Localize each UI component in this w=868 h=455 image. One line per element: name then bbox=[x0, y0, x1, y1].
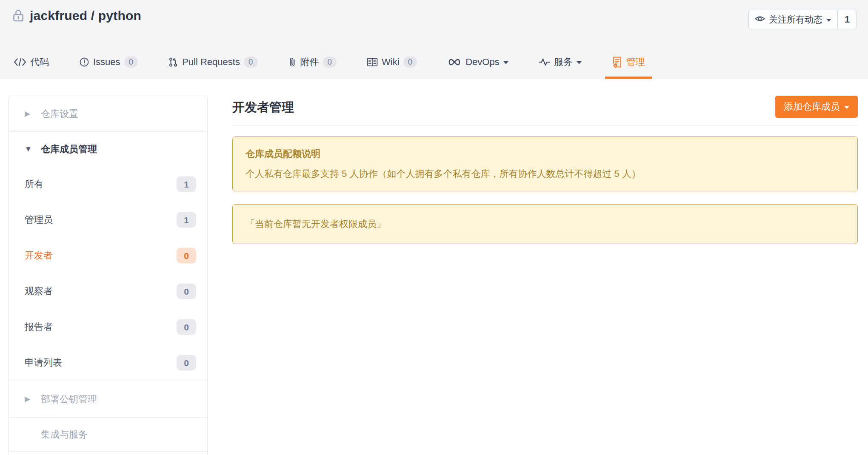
tab-label: Wiki bbox=[382, 57, 400, 68]
tab-label: Pull Requests bbox=[182, 57, 240, 68]
manage-doc-gear-icon bbox=[612, 56, 622, 68]
sidebar-item-developers[interactable]: 开发者 0 bbox=[9, 238, 207, 273]
eye-icon bbox=[755, 14, 765, 26]
sidebar-item-reporters[interactable]: 报告者 0 bbox=[9, 309, 207, 345]
tab-wiki[interactable]: Wiki 0 bbox=[367, 46, 417, 79]
chevron-down-icon bbox=[577, 61, 582, 64]
sidebar-section-repo-settings[interactable]: ▶ 仓库设置 bbox=[9, 96, 207, 131]
count-badge: 1 bbox=[177, 212, 196, 228]
tab-manage[interactable]: 管理 bbox=[612, 46, 645, 79]
triangle-right-icon: ▶ bbox=[25, 110, 41, 117]
section-label: 部署公钥管理 bbox=[41, 393, 97, 406]
sidebar-item-observers[interactable]: 观察者 0 bbox=[9, 273, 207, 309]
chevron-down-icon bbox=[844, 106, 849, 109]
wiki-count-badge: 0 bbox=[403, 57, 417, 68]
tab-label: Issues bbox=[93, 57, 120, 68]
tab-label: DevOps bbox=[465, 57, 499, 68]
count-badge: 0 bbox=[177, 355, 196, 371]
triangle-right-icon: ▶ bbox=[25, 395, 41, 403]
sidebar-item-applications[interactable]: 申请列表 0 bbox=[9, 345, 207, 381]
book-icon bbox=[367, 57, 378, 67]
attachments-count-badge: 0 bbox=[323, 57, 337, 68]
issues-count-badge: 0 bbox=[124, 57, 138, 68]
add-member-button[interactable]: 添加仓库成员 bbox=[775, 96, 858, 118]
sidebar-section-integrations[interactable]: 集成与服务 bbox=[9, 417, 207, 451]
settings-sidebar: ▶ 仓库设置 ▼ 仓库成员管理 所有 1 管理员 1 开发者 0 观察者 0 报… bbox=[9, 96, 208, 455]
paperclip-icon bbox=[288, 57, 297, 67]
count-badge: 0 bbox=[177, 319, 196, 335]
chevron-down-icon bbox=[826, 19, 831, 22]
tab-services[interactable]: 服务 bbox=[539, 46, 582, 79]
count-badge: 0 bbox=[177, 284, 196, 299]
sidebar-item-all[interactable]: 所有 1 bbox=[9, 166, 207, 202]
sidebar-section-member-management[interactable]: ▼ 仓库成员管理 bbox=[9, 131, 207, 166]
tab-pull-requests[interactable]: Pull Requests 0 bbox=[168, 46, 257, 79]
quota-notice-body: 个人私有仓库最多支持 5 人协作（如个人拥有多个私有仓库，所有协作人数总计不得超… bbox=[246, 168, 845, 180]
watch-label: 关注所有动态 bbox=[769, 14, 822, 26]
code-icon bbox=[14, 57, 26, 67]
watch-control: 关注所有动态 1 bbox=[748, 10, 857, 29]
triangle-down-icon: ▼ bbox=[25, 145, 41, 153]
pulse-icon bbox=[539, 58, 550, 66]
sidebar-item-admins[interactable]: 管理员 1 bbox=[9, 202, 207, 238]
main-panel: 开发者管理 添加仓库成员 仓库成员配额说明 个人私有仓库最多支持 5 人协作（如… bbox=[232, 96, 858, 244]
pr-count-badge: 0 bbox=[244, 57, 258, 68]
top-bar: jackfrued / python 关注所有动态 1 bbox=[0, 0, 868, 79]
chevron-down-icon bbox=[503, 61, 508, 64]
empty-members-notice: 「当前仓库暂无开发者权限成员」 bbox=[232, 204, 858, 244]
pull-request-icon bbox=[168, 57, 178, 67]
section-label: 仓库成员管理 bbox=[41, 143, 97, 156]
watch-button[interactable]: 关注所有动态 bbox=[749, 10, 837, 29]
lock-icon bbox=[11, 9, 26, 23]
repo-title: jackfrued / python bbox=[30, 9, 141, 23]
tab-issues[interactable]: Issues 0 bbox=[79, 46, 138, 79]
tab-label: 管理 bbox=[626, 56, 645, 68]
sidebar-clipped-row bbox=[9, 451, 207, 455]
main-header: 开发者管理 添加仓库成员 bbox=[232, 96, 858, 118]
issue-icon bbox=[79, 57, 89, 67]
count-badge: 0 bbox=[177, 248, 196, 264]
page-title: 开发者管理 bbox=[232, 99, 294, 116]
sidebar-section-deploy-keys[interactable]: ▶ 部署公钥管理 bbox=[9, 381, 207, 417]
tab-attachments[interactable]: 附件 0 bbox=[288, 46, 337, 79]
watch-count[interactable]: 1 bbox=[837, 10, 857, 29]
repo-nav: 代码 Issues 0 Pull Re bbox=[14, 46, 645, 79]
infinity-icon bbox=[447, 58, 462, 66]
tab-label: 服务 bbox=[554, 56, 573, 68]
add-member-label: 添加仓库成员 bbox=[784, 100, 840, 113]
tab-devops[interactable]: DevOps bbox=[447, 46, 508, 79]
tab-code[interactable]: 代码 bbox=[14, 46, 49, 79]
quota-notice-title: 仓库成员配额说明 bbox=[246, 148, 845, 160]
count-badge: 1 bbox=[177, 176, 196, 192]
title-divider bbox=[232, 125, 858, 125]
quota-notice: 仓库成员配额说明 个人私有仓库最多支持 5 人协作（如个人拥有多个私有仓库，所有… bbox=[232, 136, 858, 191]
tab-label: 附件 bbox=[300, 56, 319, 68]
repo-header: jackfrued / python 关注所有动态 1 bbox=[0, 0, 868, 23]
section-label: 仓库设置 bbox=[41, 108, 78, 120]
tab-label: 代码 bbox=[30, 56, 49, 68]
section-label: 集成与服务 bbox=[41, 428, 88, 441]
page-content: ▶ 仓库设置 ▼ 仓库成员管理 所有 1 管理员 1 开发者 0 观察者 0 报… bbox=[0, 79, 868, 455]
